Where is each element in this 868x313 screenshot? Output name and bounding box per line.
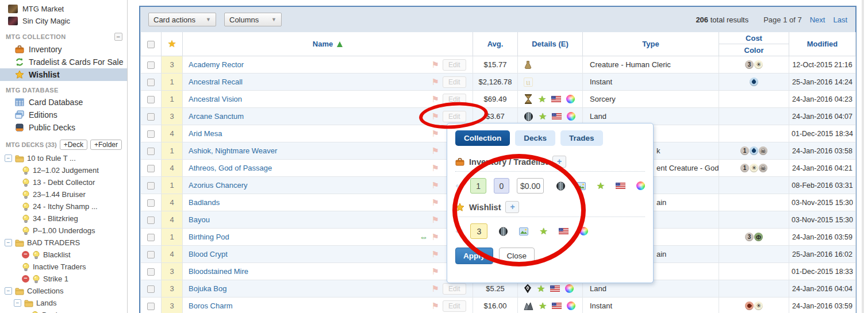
deck-item[interactable]: −Strike 1	[0, 273, 127, 285]
price-alert-flag-icon[interactable]: ⚑	[432, 215, 439, 225]
sidebar-item-editions[interactable]: Editions	[0, 109, 127, 121]
close-button[interactable]: Close	[499, 248, 535, 264]
row-checkbox[interactable]	[147, 79, 155, 86]
last-page-link[interactable]: Last	[833, 16, 847, 24]
sidebar-link[interactable]: MTG Market	[0, 3, 127, 15]
price-alert-flag-icon[interactable]: ⚑	[432, 77, 439, 87]
price-alert-flag-icon[interactable]: ⚑	[432, 163, 439, 173]
sidebar-item-wishlist[interactable]: Wishlist	[0, 68, 127, 81]
name-column-header[interactable]: Name	[183, 32, 473, 56]
row-checkbox[interactable]	[147, 268, 155, 276]
card-image-icon[interactable]	[577, 182, 586, 190]
card-name-link[interactable]: Arcane Sanctum	[189, 112, 244, 121]
deck-item[interactable]: −Blacklist	[0, 249, 127, 261]
price-alert-flag-icon[interactable]: ⚑	[432, 266, 439, 277]
columns-dropdown[interactable]: Columns ▼	[224, 13, 282, 26]
add-deck-button[interactable]: +Deck	[60, 140, 87, 150]
card-name-link[interactable]: Arid Mesa	[189, 129, 222, 138]
row-checkbox[interactable]	[147, 199, 155, 207]
row-checkbox[interactable]	[147, 61, 155, 69]
deck-item[interactable]: 24 - Itchy Shamp ...	[0, 200, 127, 212]
deck-folder[interactable]: −BAD TRADERS	[0, 237, 127, 249]
card-name-link[interactable]: Bloodstained Mire	[189, 267, 248, 276]
card-name-link[interactable]: Ancestral Recall	[189, 78, 243, 86]
card-name-link[interactable]: Birthing Pod	[189, 233, 229, 241]
row-checkbox[interactable]	[147, 217, 155, 224]
row-checkbox[interactable]	[147, 113, 155, 121]
page-scrollbar-track[interactable]	[862, 0, 864, 313]
wishlist-star-header[interactable]: ★	[162, 32, 183, 56]
card-name-link[interactable]: Academy Rector	[189, 60, 244, 69]
sidebar-link[interactable]: Sin City Magic	[0, 15, 127, 27]
card-name-link[interactable]: Bojuka Bog	[189, 284, 227, 293]
sidebar-item-card-database[interactable]: Card Database	[0, 96, 127, 109]
card-name-link[interactable]: Ancestral Vision	[189, 95, 242, 103]
collapse-icon[interactable]: −	[14, 299, 21, 307]
popup-tab-trades[interactable]: Trades	[560, 130, 603, 146]
edit-button[interactable]: Edit	[443, 111, 466, 122]
popup-tab-decks[interactable]: Decks	[515, 130, 555, 146]
deck-item[interactable]: Inactive Traders	[0, 261, 127, 273]
edit-button[interactable]: Edit	[443, 76, 466, 88]
deck-item[interactable]: P–1.00 Underdogs	[0, 225, 127, 237]
price-alert-flag-icon[interactable]: ⚑	[432, 94, 439, 105]
row-checkbox[interactable]	[147, 234, 155, 241]
apply-button[interactable]: Apply	[455, 248, 493, 264]
collapse-icon[interactable]: −	[114, 33, 122, 41]
edit-button[interactable]: Edit	[443, 94, 466, 105]
deck-folder[interactable]: −Collections	[0, 285, 127, 297]
row-checkbox[interactable]	[147, 165, 155, 172]
sidebar-item-tradelist-cards-for-sale[interactable]: Tradelist & Cards For Sale	[0, 56, 127, 68]
cost-color-column-header[interactable]: Cost Color	[719, 32, 789, 56]
row-checkbox[interactable]	[147, 130, 155, 138]
wishlist-qty-input[interactable]: 3	[470, 223, 487, 239]
price-alert-flag-icon[interactable]: ⚑	[432, 249, 439, 260]
price-alert-flag-icon[interactable]: ⚑	[432, 232, 439, 242]
add-folder-button[interactable]: +Folder	[90, 140, 122, 150]
collapse-icon[interactable]: −	[5, 287, 12, 295]
deck-folder[interactable]: −Lands	[0, 297, 127, 309]
price-alert-flag-icon[interactable]: ⚑	[432, 198, 439, 208]
price-alert-flag-icon[interactable]: ⚑	[432, 111, 439, 122]
price-alert-flag-icon[interactable]: ⚑	[432, 146, 439, 156]
deck-folder[interactable]: −10 to Rule T ...	[0, 152, 127, 164]
row-checkbox[interactable]	[147, 182, 155, 190]
collapse-icon[interactable]: −	[5, 154, 12, 162]
popup-tab-collection[interactable]: Collection	[455, 130, 510, 146]
price-alert-flag-icon[interactable]: ⚑	[432, 129, 439, 139]
deck-item[interactable]: 23–1.44 Bruiser	[0, 188, 127, 200]
deck-item[interactable]: 34 - Blitzkrieg	[0, 212, 127, 225]
revert-arrow-icon[interactable]: ↩	[455, 226, 463, 237]
add-wishlist-row-button[interactable]: +	[505, 201, 519, 213]
card-name-link[interactable]: Bayou	[189, 215, 210, 224]
modified-column-header[interactable]: Modified	[789, 32, 856, 56]
edit-button[interactable]: Edit	[443, 59, 466, 71]
inventory-qty-input[interactable]: 1	[470, 178, 486, 194]
details-column-header[interactable]: Details (E)	[518, 32, 583, 56]
edit-button[interactable]: Edit	[443, 283, 466, 295]
deck-item[interactable]: Dual	[0, 309, 127, 313]
price-input[interactable]: $0.00	[517, 178, 543, 194]
avg-column-header[interactable]: Avg.	[473, 32, 518, 56]
card-name-link[interactable]: Azorius Chancery	[189, 181, 248, 190]
card-name-link[interactable]: Ashiok, Nightmare Weaver	[189, 146, 277, 155]
row-checkbox[interactable]	[147, 96, 155, 103]
card-name-link[interactable]: Badlands	[189, 198, 220, 207]
deck-item[interactable]: 12–1.02 Judgement	[0, 164, 127, 176]
row-checkbox[interactable]	[147, 303, 155, 310]
sidebar-item-inventory[interactable]: Inventory	[0, 43, 127, 56]
card-actions-dropdown[interactable]: Card actions ▼	[148, 13, 216, 26]
card-name-link[interactable]: Boros Charm	[189, 302, 233, 310]
price-alert-flag-icon[interactable]: ⚑	[432, 284, 439, 294]
card-name-link[interactable]: Athreos, God of Passage	[189, 164, 272, 172]
row-checkbox[interactable]	[147, 148, 155, 155]
price-alert-flag-icon[interactable]: ⚑	[432, 301, 439, 311]
add-inventory-row-button[interactable]: +	[552, 156, 566, 168]
type-column-header[interactable]: Type	[583, 32, 719, 56]
price-alert-flag-icon[interactable]: ⚑	[432, 180, 439, 191]
row-checkbox[interactable]	[147, 285, 155, 293]
next-page-link[interactable]: Next	[810, 16, 825, 24]
card-image-icon[interactable]	[519, 227, 528, 235]
collapse-icon[interactable]: −	[5, 239, 12, 246]
revert-arrow-icon[interactable]: ↩	[455, 180, 463, 191]
